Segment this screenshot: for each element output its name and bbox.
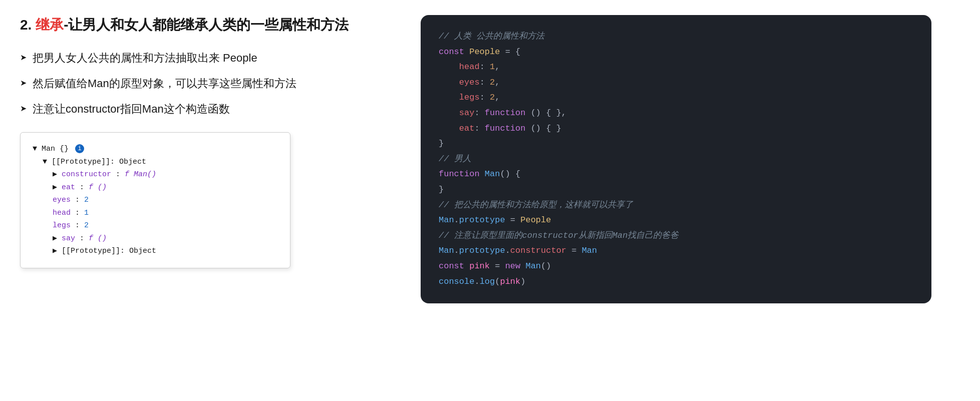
expand-icon-constructor	[53, 170, 62, 179]
legs-label: legs	[53, 221, 71, 230]
bullet-item-1: 把男人女人公共的属性和方法抽取出来 People	[20, 50, 401, 66]
code-line12: const pink = new Man()	[439, 259, 913, 274]
page-title: 2. 继承-让男人和女人都能继承人类的一些属性和方法	[20, 15, 401, 35]
debug-panel: Man {} i [[Prototype]]: Object construct…	[20, 132, 290, 268]
say-colon: :	[80, 234, 89, 243]
proto2-label: [[Prototype]]: Object	[62, 247, 156, 255]
main-container: 2. 继承-让男人和女人都能继承人类的一些属性和方法 把男人女人公共的属性和方法…	[20, 15, 960, 303]
eat-label: eat	[62, 183, 75, 192]
code-comment3: // 把公共的属性和方法给原型，这样就可以共享了	[439, 198, 913, 213]
expand-icon-proto1	[43, 158, 52, 166]
code-line1: const People = {	[439, 45, 913, 60]
code-comment2: // 男人	[439, 152, 913, 167]
debug-legs-line: legs : 2	[33, 219, 278, 232]
constructor-label: constructor	[62, 170, 111, 179]
code-line5: say: function () { },	[439, 106, 913, 121]
proto1-label: [[Prototype]]: Object	[52, 158, 146, 166]
code-comment4: // 注意让原型里面的constructor从新指回Man找自己的爸爸	[439, 228, 913, 244]
bullet-item-2: 然后赋值给Man的原型对象，可以共享这些属性和方法	[20, 75, 401, 92]
head-colon: :	[75, 209, 84, 217]
legs-colon: :	[75, 221, 84, 230]
say-label: say	[62, 234, 75, 243]
eat-value: f ()	[89, 183, 107, 192]
title-dash: -让男人和女人都能继承人类的一些属性和方法	[64, 17, 349, 33]
debug-eyes-line: eyes : 2	[33, 194, 278, 207]
code-line9: }	[439, 182, 913, 198]
code-line10: Man.prototype = People	[439, 213, 913, 228]
eyes-colon: :	[75, 196, 84, 204]
code-line2: head: 1,	[439, 60, 913, 75]
code-line6: eat: function () { }	[439, 121, 913, 137]
eyes-value: 2	[84, 196, 89, 204]
debug-constructor-line: constructor : f Man()	[33, 168, 278, 181]
expand-icon-eat	[53, 183, 62, 192]
head-label: head	[53, 209, 71, 217]
debug-eat-line: eat : f ()	[33, 181, 278, 194]
left-panel: 2. 继承-让男人和女人都能继承人类的一些属性和方法 把男人女人公共的属性和方法…	[20, 15, 401, 268]
code-block: // 人类 公共的属性和方法 const People = { head: 1,…	[421, 15, 931, 303]
code-line8: function Man() {	[439, 167, 913, 182]
constructor-colon: :	[116, 170, 125, 179]
code-line13: console.log(pink)	[439, 274, 913, 290]
code-line4: legs: 2,	[439, 90, 913, 106]
code-line3: eyes: 2,	[439, 75, 913, 91]
debug-prototype-2: [[Prototype]]: Object	[33, 245, 278, 258]
info-badge: i	[75, 144, 84, 153]
debug-prototype-1: [[Prototype]]: Object	[33, 156, 278, 169]
eyes-label: eyes	[53, 196, 71, 204]
expand-icon-say	[53, 234, 62, 243]
eat-colon: :	[80, 183, 89, 192]
head-value: 1	[84, 209, 89, 217]
legs-value: 2	[84, 221, 89, 230]
code-line7: }	[439, 136, 913, 152]
debug-say-line: say : f ()	[33, 232, 278, 245]
bullet-list: 把男人女人公共的属性和方法抽取出来 People 然后赋值给Man的原型对象，可…	[20, 50, 401, 117]
bullet-item-3: 注意让constructor指回Man这个构造函数	[20, 101, 401, 117]
constructor-value: f Man()	[125, 170, 156, 179]
debug-title-line: Man {} i	[33, 143, 278, 156]
debug-man-label: Man {}	[42, 145, 73, 153]
title-num: 2.	[20, 17, 32, 33]
title-keyword: 继承	[36, 17, 64, 33]
right-panel: // 人类 公共的属性和方法 const People = { head: 1,…	[421, 15, 931, 303]
expand-icon-man	[33, 145, 42, 153]
code-line11: Man.prototype.constructor = Man	[439, 243, 913, 259]
expand-icon-proto2	[53, 247, 62, 255]
code-comment1: // 人类 公共的属性和方法	[439, 29, 913, 45]
debug-head-line: head : 1	[33, 207, 278, 220]
say-value: f ()	[89, 234, 107, 243]
